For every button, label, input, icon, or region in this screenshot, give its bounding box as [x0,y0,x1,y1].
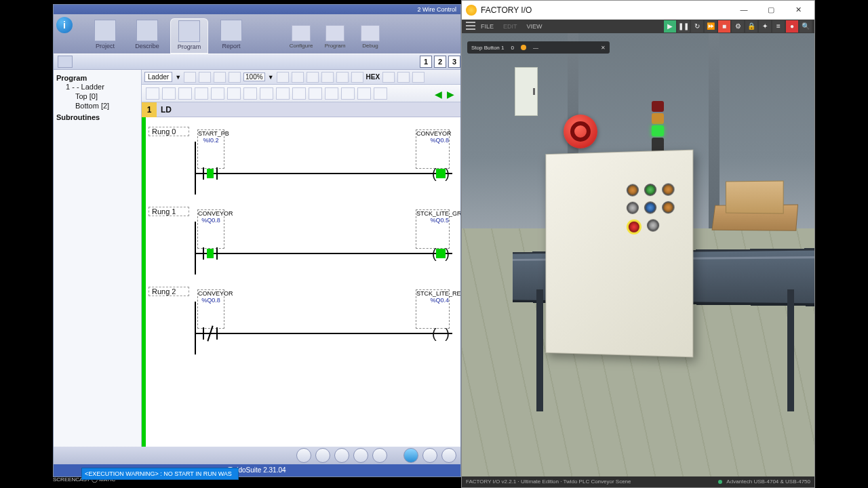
online-btn[interactable] [403,448,418,463]
tb-btn[interactable] [214,72,226,83]
round-btn[interactable] [422,448,437,463]
contact-no[interactable] [203,247,218,260]
tb-paste-icon[interactable] [321,72,334,83]
el-btn[interactable] [357,87,371,100]
coil[interactable] [432,326,450,341]
tag-close-icon[interactable]: ✕ [601,45,606,51]
sim-btn[interactable]: ✦ [759,20,771,33]
rung[interactable]: Rung 1 CONVEYOR %Q0.8 STCK_LITE_GRN %Q0.… [142,209,460,270]
info-icon[interactable]: i [56,17,73,33]
menu-file[interactable]: FILE [481,23,494,30]
panel-button[interactable] [627,202,639,214]
panel-button[interactable] [644,184,656,197]
fio-3d-scene[interactable]: Stop Button 1 0 — ✕ [462,33,814,476]
tab-project[interactable]: Project [86,18,124,54]
round-btn[interactable] [353,448,368,463]
zoom-select[interactable]: 100% [243,73,265,81]
contact-no[interactable] [203,167,218,180]
tree-ladder-item[interactable]: 1 - - Ladder [56,82,138,92]
el-btn[interactable] [162,87,176,100]
minimize-button[interactable]: — [732,3,756,17]
play-button[interactable]: ▶ [664,20,676,33]
tb-find-icon[interactable] [277,72,289,83]
tree-top[interactable]: Top [0] [56,92,138,101]
el-btn[interactable] [292,87,306,100]
panel-selector[interactable] [647,219,659,231]
el-btn[interactable] [195,87,208,100]
close-button[interactable]: ✕ [786,3,810,17]
rung[interactable]: Rung 2 CONVEYOR %Q0.8 STCK_LITE_RED %Q0.… [142,289,460,350]
menu-edit[interactable]: EDIT [503,23,517,30]
round-btn[interactable] [441,448,456,463]
tree-root[interactable]: Program [56,74,138,82]
subtab-debug[interactable]: Debug [355,25,386,52]
tb-copy-icon[interactable] [307,72,319,83]
subtab-program[interactable]: Program [319,25,351,52]
stop-button[interactable]: ■ [718,20,730,33]
rung[interactable]: Rung 0 START_PB %I0.2 CONVEYOR %Q0.8 [142,129,460,190]
el-btn[interactable] [276,87,290,100]
el-btn[interactable] [178,87,192,100]
el-btn[interactable] [227,87,241,100]
sim-btn[interactable]: ⚙ [732,20,744,33]
pause-button[interactable]: ❚❚ [677,20,690,33]
el-btn[interactable] [260,87,273,100]
step-1[interactable]: 1 [420,56,432,68]
rung-title[interactable]: Rung 2 [149,287,189,296]
rung-title[interactable]: Rung 0 [149,127,189,136]
step-2[interactable]: 2 [434,56,446,68]
ladder-canvas[interactable]: Rung 0 START_PB %I0.2 CONVEYOR %Q0.8 [142,117,460,447]
coil[interactable] [432,246,450,261]
round-btn[interactable] [334,448,349,463]
tb-btn[interactable] [412,72,425,83]
el-btn[interactable] [325,87,338,100]
tb-btn[interactable] [382,72,395,83]
contact-nc[interactable] [203,327,218,340]
tree-bottom[interactable]: Bottom [2] [56,101,138,110]
round-btn[interactable] [296,448,311,463]
el-btn[interactable] [243,87,257,100]
nav-next-icon[interactable]: ▶ [447,89,456,98]
tree-subroutines[interactable]: Subroutines [56,113,138,121]
tb-btn[interactable] [397,72,410,83]
panel-button[interactable] [662,201,674,214]
scene-control-cabinet[interactable] [545,150,693,358]
step-3[interactable]: 3 [448,56,460,68]
subtab-configure[interactable]: Configure [285,25,317,52]
language-select[interactable]: Ladder [144,72,172,82]
maximize-button[interactable]: ▢ [759,3,783,17]
round-btn[interactable] [315,448,330,463]
sim-btn[interactable]: 🔒 [745,20,757,33]
menu-view[interactable]: VIEW [527,23,542,30]
tab-describe[interactable]: Describe [128,18,166,54]
record-button[interactable]: ● [786,20,798,33]
panel-button[interactable] [644,201,656,214]
emergency-stop-button[interactable] [627,220,642,235]
sim-btn[interactable]: ≡ [772,20,785,33]
tb-cut-icon[interactable] [292,72,304,83]
hamburger-icon[interactable] [466,22,475,30]
tb-btn[interactable] [199,72,211,83]
tb-btn[interactable] [184,72,196,83]
rung-title[interactable]: Rung 1 [149,207,189,216]
el-btn[interactable] [374,87,387,100]
gear-icon[interactable] [58,56,73,68]
hex-toggle[interactable]: HEX [366,73,380,81]
reset-button[interactable]: ↻ [691,20,703,33]
tb-undo-icon[interactable] [336,72,349,83]
tb-btn[interactable] [229,72,241,83]
tab-program[interactable]: Program [170,18,208,54]
el-btn[interactable] [309,87,322,100]
twido-titlebar[interactable]: 2 Wire Control [54,5,460,14]
fio-titlebar[interactable]: FACTORY I/O — ▢ ✕ [462,1,814,20]
nav-prev-icon[interactable]: ◀ [435,89,444,98]
tab-report[interactable]: Report [212,18,250,54]
tb-redo-icon[interactable] [351,72,363,83]
panel-button[interactable] [627,184,639,196]
program-tree[interactable]: Program 1 - - Ladder Top [0] Bottom [2] … [54,70,142,447]
el-btn[interactable] [341,87,355,100]
sim-btn[interactable]: 🔍 [800,20,812,33]
el-btn[interactable] [146,87,159,100]
el-btn[interactable] [211,87,224,100]
tag-info-bar[interactable]: Stop Button 1 0 — ✕ [467,41,610,54]
